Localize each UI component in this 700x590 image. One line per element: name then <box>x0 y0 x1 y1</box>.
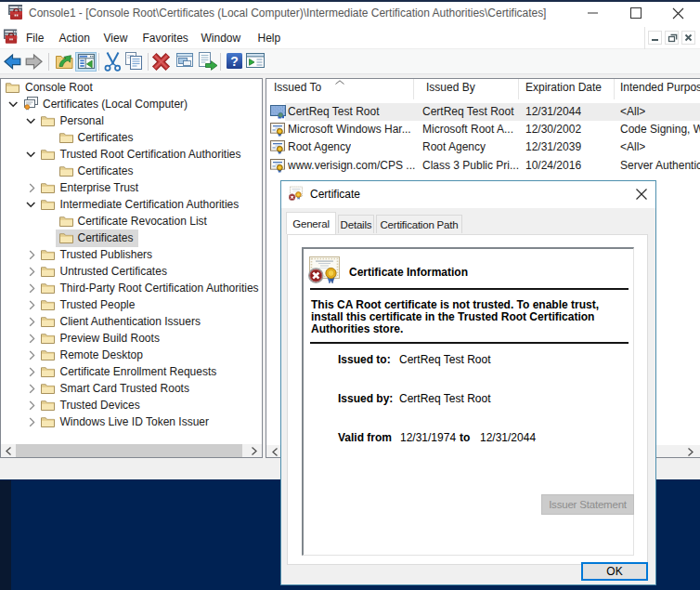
svg-text:?: ? <box>230 54 239 69</box>
